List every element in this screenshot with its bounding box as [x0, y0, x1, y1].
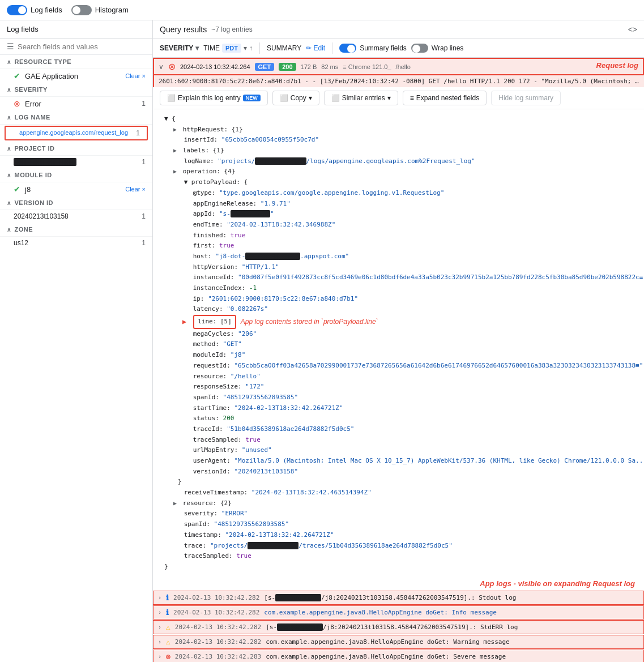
content-scroll[interactable]: ∨ ⊗ 2024-02-13 10:32:42.264 GET 200 172 …: [153, 58, 644, 662]
child-text: com.example.appengine.java8.HelloAppEngi…: [266, 653, 506, 660]
child-logs-container: › ℹ 2024-02-13 10:32:42.282 [s-░░░░░░░░░…: [153, 591, 644, 662]
json-url-map: urlMapEntry: "unused": [160, 445, 637, 456]
error-severity-icon: ⊗: [168, 61, 176, 72]
wrap-lines-label: Wrap lines: [432, 44, 463, 52]
filter-zone[interactable]: us12 1: [0, 237, 152, 249]
copy-icon: ⬜: [280, 94, 288, 102]
child-timestamp: 2024-02-13 10:32:42.282: [173, 609, 259, 616]
child-text: [s-░░░░░░░░░░░/j8:20240213t103158.458447…: [264, 594, 516, 601]
filter-module-j8[interactable]: ✔ j8 Clear ×: [0, 182, 152, 196]
similar-entries-button[interactable]: ⬜ Similar entries ▾: [324, 91, 398, 105]
histogram-toggle[interactable]: Histogram: [71, 5, 129, 15]
json-resource-field[interactable]: ▶ resource: {2}: [160, 498, 637, 509]
child-timestamp: 2024-02-13 10:32:42.282: [175, 638, 261, 646]
section-project-id[interactable]: ∧ PROJECT ID: [0, 142, 152, 156]
copy-button[interactable]: ⬜ Copy ▾: [272, 91, 319, 105]
json-operation[interactable]: ▶ operation: {4}: [160, 166, 637, 177]
json-resource: resource: "/hello": [160, 371, 637, 382]
child-log-item[interactable]: › ℹ 2024-02-13 10:32:42.282 com.example.…: [153, 605, 644, 620]
json-trace-id: traceId: "51b04d356389618ae264d78882f5d0…: [160, 424, 637, 435]
toolbar-divider-2: [332, 42, 332, 54]
section-zone[interactable]: ∧ ZONE: [0, 223, 152, 237]
log-count: ~7 log entries: [211, 25, 252, 33]
json-timestamp: timestamp: "2024-02-13T18:32:42.264721Z": [160, 530, 637, 541]
child-log-item[interactable]: › ℹ 2024-02-13 10:32:42.282 [s-░░░░░░░░░…: [153, 591, 644, 605]
child-expand-icon: ›: [158, 639, 161, 645]
json-ip: ip: "2601:602:9000:8170:5c22:8e67:a840:d…: [160, 294, 637, 305]
json-trace-sampled: traceSampled: true: [160, 435, 637, 446]
filter-project-id[interactable]: ░░░░░░░░░░░░░ 1: [0, 156, 152, 168]
section-module-id[interactable]: ∧ MODULE ID: [0, 168, 152, 182]
zone-label: ZONE: [15, 226, 33, 233]
copy-dropdown-icon: ▾: [309, 94, 312, 102]
time-select[interactable]: TIME PDT ▾ ↑: [203, 44, 253, 53]
section-resource-type[interactable]: ∧ RESOURCE TYPE: [0, 55, 152, 69]
edit-button[interactable]: ✏ Edit: [306, 44, 325, 52]
collapse-icon[interactable]: ∨: [159, 63, 164, 71]
version-count: 1: [142, 212, 146, 220]
json-line-field[interactable]: ▶ line: [5] App log contents stored in `…: [160, 315, 637, 329]
child-timestamp: 2024-02-13 10:32:42.282: [175, 623, 261, 631]
section-severity[interactable]: ∧ SEVERITY: [0, 83, 152, 97]
log-fields-label: Log fields: [31, 6, 62, 14]
filter-version-id[interactable]: 20240213t103158 1: [0, 210, 152, 223]
child-log-item[interactable]: › ⚠ 2024-02-13 10:32:42.282 [s-░░░░░░░░░…: [153, 620, 644, 634]
summary-toggle[interactable]: SUMMARY: [267, 44, 301, 52]
wrap-lines-toggle[interactable]: Wrap lines: [411, 44, 463, 53]
log-entry-main[interactable]: ∨ ⊗ 2024-02-13 10:32:42.264 GET 200 172 …: [153, 58, 644, 75]
child-severity-icon: ⚠: [166, 638, 170, 646]
histogram-toggle-switch[interactable]: [71, 5, 92, 15]
sort-asc-icon[interactable]: ↑: [249, 44, 253, 52]
expand-nested-button[interactable]: ≡ Expand nested fields: [403, 91, 487, 105]
child-log-item[interactable]: › ⚠ 2024-02-13 10:32:42.282 com.example.…: [153, 635, 644, 649]
top-bar: Log fields Histogram: [0, 0, 644, 20]
child-log-item[interactable]: › ⊗ 2024-02-13 10:32:42.283 com.example.…: [153, 650, 644, 662]
search-box[interactable]: ☰: [0, 39, 152, 55]
json-app-id: appId: "s-░░░░░░░░░░": [160, 209, 637, 220]
search-input[interactable]: [18, 42, 146, 51]
histogram-label: Histogram: [95, 6, 129, 14]
status-code-badge: 200: [279, 63, 296, 71]
explain-button[interactable]: ⬜ Explain this log entry NEW: [160, 91, 268, 105]
json-http-request[interactable]: ▶ httpRequest: {1}: [160, 125, 637, 135]
clear-gae-button[interactable]: Clear ×: [125, 72, 146, 79]
summary-label: SUMMARY: [267, 44, 301, 52]
json-labels[interactable]: ▶ labels: {1}: [160, 146, 637, 156]
project-id-count: 1: [142, 158, 146, 166]
child-text: com.example.appengine.java8.HelloAppEngi…: [266, 638, 509, 646]
severity-label: SEVERITY: [15, 86, 48, 93]
json-status: status: 200: [160, 413, 637, 424]
summary-fields-toggle[interactable]: Summary fields: [339, 44, 407, 53]
json-span-id: spanId: "485129735562893585": [160, 392, 637, 403]
filter-error[interactable]: ⊗ Error 1: [0, 97, 152, 110]
json-trace: trace: "projects/░░░░░░░░░░░░░/traces/51…: [160, 541, 637, 552]
json-finished: finished: true: [160, 230, 637, 241]
severity-select-label: SEVERITY: [160, 44, 193, 52]
section-log-name[interactable]: ∧ LOG NAME: [0, 110, 152, 125]
section-version-id[interactable]: ∧ VERSION ID: [0, 196, 152, 210]
request-log-annotation: Request log: [596, 61, 638, 70]
log-fields-toggle-switch[interactable]: [7, 5, 27, 15]
severity-select[interactable]: SEVERITY ▾: [160, 44, 199, 52]
expand-icon: ≡: [410, 94, 414, 102]
json-proto-close: }: [160, 477, 637, 488]
json-instance-id: instanceId: "00d087f5e0f91f492873cc8f5cd…: [160, 272, 637, 283]
log-fields-toggle[interactable]: Log fields: [7, 5, 62, 15]
zone-value: us12: [14, 239, 28, 247]
hide-summary-button[interactable]: Hide log summary: [491, 91, 561, 105]
filter-gae-application[interactable]: ✔ GAE Application Clear ×: [0, 69, 152, 83]
chevron-module-id: ∧: [7, 172, 11, 178]
log-latency: 82 ms: [321, 63, 338, 70]
clear-j8-button[interactable]: Clear ×: [125, 186, 146, 193]
child-severity-icon: ℹ: [166, 608, 169, 617]
json-trace-sampled2: traceSampled: true: [160, 551, 637, 562]
child-severity-icon: ⊗: [166, 652, 170, 661]
filter-log-name[interactable]: appengine.googleapis.com/request_log 1: [5, 126, 148, 140]
wrap-lines-switch[interactable]: [411, 44, 428, 53]
json-host: host: "j8-dot-░░░░░░░░░░░░░░.appspot.com…: [160, 251, 637, 262]
summary-fields-switch[interactable]: [339, 44, 356, 53]
resource-type-label: RESOURCE TYPE: [15, 58, 72, 65]
json-http-version: httpVersion: "HTTP/1.1": [160, 262, 637, 273]
child-timestamp: 2024-02-13 10:32:42.282: [173, 594, 259, 601]
child-severity-icon: ⚠: [166, 623, 170, 631]
